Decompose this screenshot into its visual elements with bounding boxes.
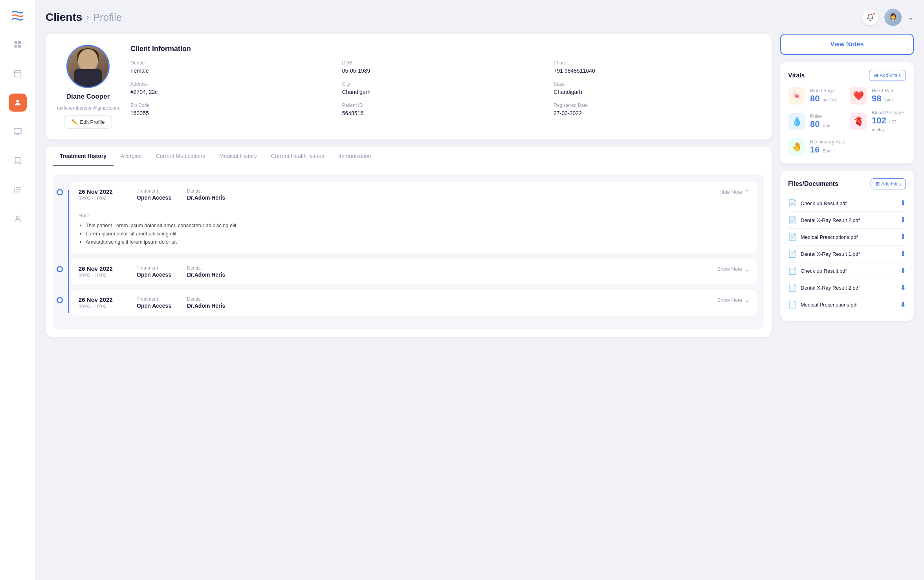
tab-current-health-issues[interactable]: Current Health Issues bbox=[264, 147, 331, 166]
timeline-item: 26 Nov 2022 09:00 - 10:00 Treatment Open… bbox=[71, 259, 757, 284]
tab-allergies[interactable]: Allergies bbox=[114, 147, 149, 166]
vital-pulse-unit: Bpm bbox=[823, 123, 832, 128]
file-item: 📄 Medical Prescriptions.pdf ⬇ bbox=[788, 296, 906, 313]
info-registered-date: Registered Date 27-03-2022 bbox=[554, 103, 761, 117]
svg-point-16 bbox=[14, 189, 15, 190]
file-doc-icon: 📄 bbox=[788, 283, 797, 292]
file-name: Medical Prescriptions.pdf bbox=[801, 234, 896, 240]
address-label: Address bbox=[130, 81, 337, 87]
timeline-item: 26 Nov 2022 09:00 - 10:00 Treatment Open… bbox=[71, 182, 757, 253]
show-note-toggle[interactable]: Show Note ⌄ bbox=[717, 265, 750, 273]
breadcrumb-profile: Profile bbox=[93, 11, 122, 24]
user-menu-chevron[interactable]: ⌄ bbox=[908, 13, 914, 22]
profile-photo-section: Diane Cooper darlenerobertson@gmail.com … bbox=[57, 45, 119, 128]
files-header: Files/Documents ⊞ Add Files bbox=[788, 178, 906, 189]
timeline-dentist: Dentist Dr.Adom Heris bbox=[187, 188, 226, 201]
file-download-button[interactable]: ⬇ bbox=[900, 216, 906, 224]
zip-value: 160055 bbox=[130, 110, 149, 116]
vitals-header: Vitals ⊞ Add Vitals bbox=[788, 70, 906, 81]
state-label: State bbox=[554, 81, 761, 87]
respiratory-rate-icon: 🤚 bbox=[788, 138, 805, 156]
vital-heart-rate-label: Heart Rate bbox=[872, 88, 895, 94]
phone-label: Phone bbox=[554, 60, 761, 66]
files-card: Files/Documents ⊞ Add Files 📄 Check up R… bbox=[780, 171, 914, 321]
notification-button[interactable] bbox=[862, 9, 878, 25]
vitals-card: Vitals ⊞ Add Vitals 🍬 Blood Sugar 80 mg … bbox=[780, 62, 914, 163]
gender-value: Female bbox=[130, 68, 149, 74]
info-address: Address #2704, 22c bbox=[130, 81, 337, 95]
file-name: Medical Prescriptions.pdf bbox=[801, 302, 896, 308]
treatment-timeline: 26 Nov 2022 09:00 - 10:00 Treatment Open… bbox=[53, 174, 764, 329]
file-download-button[interactable]: ⬇ bbox=[900, 233, 906, 241]
tabs-header: Treatment History Allergies Current Medi… bbox=[46, 147, 772, 166]
tab-current-medications[interactable]: Current Medications bbox=[149, 147, 212, 166]
plus-icon: ⊞ bbox=[876, 181, 880, 187]
vitals-title: Vitals bbox=[788, 72, 805, 79]
file-download-button[interactable]: ⬇ bbox=[900, 266, 906, 275]
dob-value: 05-05-1989 bbox=[342, 68, 370, 74]
sidebar-logo bbox=[9, 7, 26, 24]
breadcrumb: Clients › Profile bbox=[46, 11, 122, 24]
info-state: State Chandigarh bbox=[554, 81, 761, 95]
timeline-date: 26 Nov 2022 09:00 - 10:00 bbox=[79, 188, 126, 201]
heart-rate-icon: ❤️ bbox=[850, 87, 867, 105]
svg-rect-0 bbox=[14, 41, 17, 44]
file-doc-icon: 📄 bbox=[788, 199, 797, 207]
hide-note-toggle[interactable]: Hide Note ⌃ bbox=[719, 188, 750, 196]
edit-profile-button[interactable]: ✏️ Edit Profile bbox=[64, 116, 112, 128]
zip-label: Zip Code bbox=[130, 103, 337, 108]
vital-respiratory-rate-unit: Bpm bbox=[823, 149, 832, 153]
svg-rect-1 bbox=[18, 41, 20, 44]
add-vitals-button[interactable]: ⊞ Add Vitals bbox=[869, 70, 906, 81]
city-value: Chandigarh bbox=[342, 89, 370, 95]
vital-respiratory-rate-value: 16 bbox=[810, 145, 820, 154]
info-patient-id: Patient ID 5648516 bbox=[342, 103, 549, 117]
vital-pulse-label: Pulse bbox=[810, 114, 832, 119]
blood-pressure-icon: 🫀 bbox=[850, 113, 867, 130]
vital-blood-sugar-unit: mg / dL bbox=[823, 97, 837, 102]
sidebar-item-calendar[interactable] bbox=[9, 64, 27, 83]
page-header: Clients › Profile 👩‍⚕️ ⌄ bbox=[46, 9, 914, 26]
main-content: Clients › Profile 👩‍⚕️ ⌄ bbox=[35, 0, 924, 580]
file-download-button[interactable]: ⬇ bbox=[900, 300, 906, 309]
user-avatar-button[interactable]: 👩‍⚕️ bbox=[884, 9, 902, 26]
sidebar-item-clients[interactable] bbox=[9, 94, 27, 112]
file-item: 📄 Dental X-Ray Result 1.pdf ⬇ bbox=[788, 246, 906, 262]
info-zip: Zip Code 160055 bbox=[130, 103, 337, 117]
tab-medical-history[interactable]: Medical History bbox=[212, 147, 264, 166]
svg-rect-2 bbox=[14, 45, 17, 48]
svg-point-17 bbox=[14, 192, 15, 193]
svg-point-8 bbox=[16, 100, 19, 103]
sidebar-item-bookmarks[interactable] bbox=[9, 152, 27, 170]
vital-blood-pressure-label: Blood Pressure bbox=[872, 110, 906, 116]
view-notes-button[interactable]: View Notes bbox=[780, 34, 914, 55]
file-item: 📄 Dental X-Ray Result 2.pdf ⬇ bbox=[788, 212, 906, 229]
timeline-item-header: 26 Nov 2022 09:00 - 10:00 Treatment Open… bbox=[79, 265, 750, 278]
blood-sugar-icon: 🍬 bbox=[788, 87, 805, 105]
sidebar-item-dashboard[interactable] bbox=[9, 35, 27, 53]
state-value: Chandigarh bbox=[554, 89, 582, 95]
show-note-toggle-2[interactable]: Show Note ⌄ bbox=[717, 296, 750, 304]
note-item: Lorem ipsum dolor sit amet adiiscing eli… bbox=[86, 231, 750, 237]
file-doc-icon: 📄 bbox=[788, 300, 797, 309]
profile-card: Diane Cooper darlenerobertson@gmail.com … bbox=[46, 34, 772, 139]
file-item: 📄 Dental X-Ray Result 2.pdf ⬇ bbox=[788, 279, 906, 296]
file-name: Dental X-Ray Result 1.pdf bbox=[801, 251, 896, 257]
file-download-button[interactable]: ⬇ bbox=[900, 250, 906, 258]
vital-blood-pressure-value: 102 bbox=[872, 116, 886, 125]
tab-treatment-history[interactable]: Treatment History bbox=[53, 147, 114, 166]
phone-value: +91 9848511640 bbox=[554, 68, 595, 74]
vital-blood-sugar-label: Blood Sugar bbox=[810, 88, 837, 94]
client-info-title: Client Information bbox=[130, 45, 761, 53]
file-name: Dental X-Ray Result 2.pdf bbox=[801, 217, 896, 223]
file-download-button[interactable]: ⬇ bbox=[900, 199, 906, 207]
sidebar-item-records[interactable] bbox=[9, 181, 27, 199]
patient-id-value: 5648516 bbox=[342, 110, 364, 116]
sidebar bbox=[0, 0, 35, 580]
vital-pulse-value: 80 bbox=[810, 119, 820, 129]
tab-immunization[interactable]: Immunization bbox=[331, 147, 378, 166]
sidebar-item-user[interactable] bbox=[9, 210, 27, 228]
sidebar-item-monitor[interactable] bbox=[9, 123, 27, 141]
add-files-button[interactable]: ⊞ Add Files bbox=[871, 178, 906, 189]
file-download-button[interactable]: ⬇ bbox=[900, 283, 906, 292]
